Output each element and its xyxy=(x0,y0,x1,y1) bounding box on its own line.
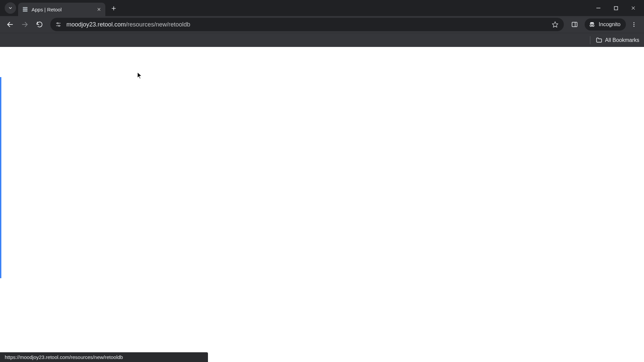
status-bar: https://moodjoy23.retool.com/resources/n… xyxy=(0,352,208,362)
svg-rect-0 xyxy=(23,7,28,8)
plus-icon xyxy=(111,6,116,11)
tune-icon xyxy=(55,21,61,27)
folder-icon xyxy=(596,37,602,44)
reload-icon xyxy=(36,21,43,28)
retool-favicon-icon xyxy=(22,6,28,12)
url-host: moodjoy23.retool.com xyxy=(66,21,126,28)
window-close-button[interactable] xyxy=(625,1,642,15)
tab-search-button[interactable] xyxy=(5,2,16,14)
bookmarks-bar: All Bookmarks xyxy=(0,33,644,47)
browser-tab[interactable]: Apps | Retool xyxy=(18,3,105,16)
reload-button[interactable] xyxy=(33,18,46,31)
side-panel-button[interactable] xyxy=(568,18,581,31)
svg-marker-17 xyxy=(552,22,558,27)
dots-vertical-icon xyxy=(631,21,637,27)
close-icon xyxy=(631,6,636,10)
tab-close-button[interactable] xyxy=(96,6,102,12)
divider xyxy=(590,36,590,44)
svg-point-24 xyxy=(634,24,635,25)
arrow-right-icon xyxy=(21,21,29,28)
incognito-icon xyxy=(589,21,595,28)
mouse-cursor-icon xyxy=(138,72,142,79)
close-icon xyxy=(97,7,101,11)
svg-point-25 xyxy=(634,26,635,27)
loading-accent-bar xyxy=(0,77,1,278)
status-url: https://moodjoy23.retool.com/resources/n… xyxy=(5,354,123,360)
site-info-button[interactable] xyxy=(54,20,62,28)
minimize-icon xyxy=(596,6,601,10)
address-bar[interactable]: moodjoy23.retool.com/resources/new/retoo… xyxy=(50,18,564,31)
maximize-icon xyxy=(614,6,618,10)
side-panel-icon xyxy=(571,21,578,28)
forward-button[interactable] xyxy=(18,18,32,31)
svg-rect-18 xyxy=(572,22,577,26)
svg-point-20 xyxy=(590,25,592,26)
incognito-chip[interactable]: Incognito xyxy=(585,18,626,31)
tab-title: Apps | Retool xyxy=(32,7,93,12)
star-icon xyxy=(552,21,558,28)
svg-rect-2 xyxy=(23,10,28,12)
maximize-button[interactable] xyxy=(607,1,625,15)
svg-point-14 xyxy=(57,22,58,24)
chrome-menu-button[interactable] xyxy=(627,18,641,31)
browser-toolbar: moodjoy23.retool.com/resources/new/retoo… xyxy=(0,16,644,33)
svg-marker-26 xyxy=(138,72,142,79)
page-content xyxy=(0,47,644,362)
all-bookmarks-button[interactable]: All Bookmarks xyxy=(596,37,639,44)
svg-rect-8 xyxy=(614,6,618,10)
arrow-left-icon xyxy=(6,21,14,28)
back-button[interactable] xyxy=(3,18,17,31)
svg-point-21 xyxy=(592,25,594,26)
svg-point-16 xyxy=(58,25,60,26)
bookmark-button[interactable] xyxy=(550,20,560,29)
svg-point-23 xyxy=(634,22,635,23)
chevron-down-icon xyxy=(8,6,13,10)
url-text: moodjoy23.retool.com/resources/new/retoo… xyxy=(66,21,546,28)
window-controls xyxy=(590,0,644,16)
svg-rect-1 xyxy=(23,9,28,10)
url-path: /resources/new/retooldb xyxy=(126,21,190,28)
new-tab-button[interactable] xyxy=(109,3,119,13)
minimize-button[interactable] xyxy=(590,1,607,15)
all-bookmarks-label: All Bookmarks xyxy=(605,37,639,43)
tab-strip: Apps | Retool xyxy=(0,0,644,16)
incognito-label: Incognito xyxy=(599,21,621,27)
